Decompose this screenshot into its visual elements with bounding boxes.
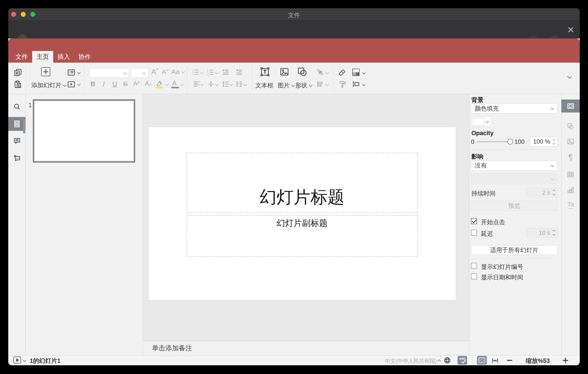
- zoom-out-button[interactable]: [507, 360, 512, 361]
- clear-style-eraser-icon[interactable]: [338, 68, 346, 77]
- notes-area[interactable]: 单击添加备注: [143, 341, 469, 355]
- subscript-button[interactable]: A₂: [145, 80, 151, 87]
- bold-button[interactable]: B: [91, 80, 95, 88]
- chevron-down-icon[interactable]: [243, 83, 247, 86]
- start-on-click-checkbox[interactable]: [471, 218, 477, 224]
- fill-color-picker[interactable]: [471, 117, 491, 127]
- delay-spinner[interactable]: 10 s: [526, 228, 557, 238]
- textbox-icon[interactable]: [260, 66, 270, 77]
- font-name-select[interactable]: [89, 68, 129, 78]
- slide-thumbnail-selected[interactable]: [33, 99, 135, 163]
- opacity-spinner[interactable]: 100 %: [530, 137, 557, 146]
- paste-icon[interactable]: [14, 80, 22, 88]
- fit-to-slide-button[interactable]: [477, 356, 487, 365]
- superscript-button[interactable]: A²: [133, 80, 139, 87]
- chevron-down-icon[interactable]: [230, 83, 233, 86]
- start-slideshow-button[interactable]: [67, 80, 80, 88]
- bullet-list-icon[interactable]: [192, 68, 200, 76]
- italic-button[interactable]: I: [103, 80, 105, 88]
- slide-size-icon[interactable]: [352, 80, 360, 88]
- chart-settings-icon[interactable]: [567, 186, 574, 194]
- sidebar-scroll-handle[interactable]: [23, 119, 25, 133]
- subtitle-placeholder[interactable]: 幻灯片副标题: [187, 215, 418, 257]
- underline-button[interactable]: U: [112, 80, 117, 88]
- title-placeholder[interactable]: 幻灯片标题: [187, 153, 418, 213]
- columns-icon[interactable]: [235, 80, 243, 88]
- slide-layout-button[interactable]: [67, 68, 80, 77]
- show-date-time-checkbox[interactable]: [471, 273, 477, 279]
- paragraph-settings-icon[interactable]: ¶: [567, 154, 574, 161]
- fit-to-width-icon[interactable]: [491, 357, 499, 364]
- copy-style-roller-icon[interactable]: [338, 80, 347, 88]
- chevron-down-icon[interactable]: [23, 358, 26, 362]
- textbox-label[interactable]: 文本框: [255, 81, 273, 89]
- image-label[interactable]: 图片: [278, 81, 294, 89]
- search-icon[interactable]: [13, 103, 21, 110]
- decrease-font-button[interactable]: A: [162, 69, 168, 76]
- image-icon[interactable]: [280, 67, 289, 77]
- theme-gallery-expand-icon[interactable]: [567, 74, 572, 78]
- tab-collaboration[interactable]: 协作: [74, 51, 95, 63]
- chevron-down-icon[interactable]: [326, 83, 329, 86]
- line-spacing-icon[interactable]: [222, 80, 230, 88]
- delay-checkbox[interactable]: [471, 230, 477, 236]
- chevron-down-icon[interactable]: [215, 83, 219, 86]
- chevron-down-icon[interactable]: [215, 71, 219, 74]
- copy-icon[interactable]: [14, 68, 22, 77]
- font-size-select[interactable]: [131, 68, 148, 78]
- apply-to-all-slides-button[interactable]: 适用于所有幻灯片: [471, 245, 557, 255]
- increase-indent-icon[interactable]: [235, 68, 243, 76]
- language-caret-icon[interactable]: [438, 360, 441, 363]
- font-color-button[interactable]: A: [172, 79, 177, 87]
- chevron-down-icon[interactable]: [362, 83, 366, 86]
- language-label[interactable]: 中文(中华人民共和国): [385, 357, 437, 365]
- strikethrough-button[interactable]: S: [123, 80, 127, 88]
- effect-variant-select[interactable]: [471, 174, 557, 184]
- chevron-down-icon[interactable]: [326, 71, 329, 74]
- show-slide-number-checkbox[interactable]: [471, 263, 477, 269]
- start-slideshow-statusbar-button[interactable]: [13, 357, 21, 363]
- image-settings-icon[interactable]: [567, 138, 574, 145]
- table-settings-icon[interactable]: [567, 171, 574, 178]
- chevron-down-icon[interactable]: [200, 83, 204, 86]
- spinner-arrows-icon[interactable]: [553, 230, 555, 236]
- add-slide-label[interactable]: 添加幻灯片: [31, 81, 66, 89]
- tab-insert[interactable]: 插入: [53, 51, 74, 63]
- color-scheme-icon[interactable]: [352, 69, 359, 76]
- shape-icon[interactable]: [297, 66, 308, 77]
- opacity-slider-knob[interactable]: [507, 139, 513, 144]
- slide-editing-area[interactable]: 幻灯片标题 幻灯片副标题: [149, 127, 456, 300]
- chevron-down-icon[interactable]: [180, 82, 184, 86]
- tab-file[interactable]: 文件: [11, 51, 32, 63]
- shape-label[interactable]: 形状: [295, 81, 312, 89]
- increase-font-button[interactable]: A: [151, 68, 158, 76]
- chevron-down-icon[interactable]: [362, 71, 366, 74]
- background-fill-select[interactable]: 颜色填充: [471, 103, 557, 113]
- add-slide-button[interactable]: [41, 67, 50, 76]
- zoom-in-button[interactable]: [563, 358, 568, 363]
- numbered-list-icon[interactable]: 123: [207, 68, 214, 76]
- sidebar-item-slide-settings[interactable]: [561, 99, 580, 112]
- vertical-align-icon[interactable]: [207, 80, 215, 88]
- tab-home[interactable]: 主页: [32, 51, 53, 63]
- document-language-globe-icon[interactable]: [443, 357, 451, 364]
- horizontal-align-icon[interactable]: [193, 80, 200, 88]
- align-shapes-icon[interactable]: [316, 80, 324, 88]
- decrease-indent-icon[interactable]: [222, 68, 230, 76]
- opacity-slider-track[interactable]: [476, 141, 509, 142]
- chevron-down-icon[interactable]: [200, 71, 204, 74]
- chevron-down-icon[interactable]: [166, 82, 169, 86]
- shape-settings-icon[interactable]: [567, 122, 574, 130]
- chat-feedback-icon[interactable]: [13, 154, 21, 162]
- preview-button[interactable]: 预览: [471, 201, 557, 210]
- change-case-button[interactable]: Aa: [171, 68, 184, 76]
- highlight-color-icon[interactable]: [155, 80, 163, 88]
- spinner-arrows-icon[interactable]: [553, 139, 555, 144]
- arrange-shapes-icon[interactable]: [316, 68, 324, 76]
- spellcheck-button[interactable]: ABC: [458, 356, 467, 365]
- comments-icon[interactable]: [13, 137, 21, 145]
- transition-effect-select[interactable]: 没有: [471, 161, 557, 170]
- close-icon[interactable]: [567, 26, 575, 34]
- spinner-arrows-icon[interactable]: [553, 190, 555, 195]
- text-art-settings-icon[interactable]: Ta: [567, 201, 574, 209]
